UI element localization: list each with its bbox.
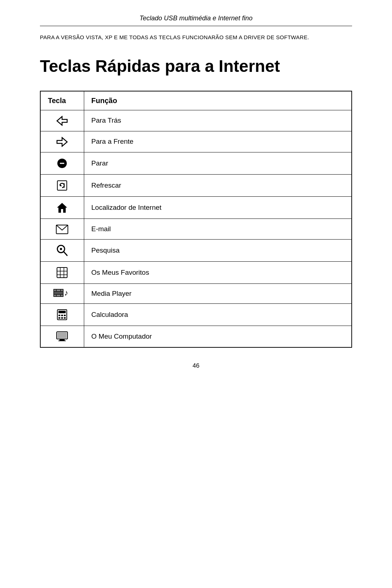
- func-computer: O Meu Computador: [84, 326, 352, 348]
- search-icon: [57, 245, 68, 256]
- table-row: E-mail: [40, 219, 352, 239]
- key-icon-favorites: [40, 262, 84, 284]
- svg-marker-1: [57, 138, 67, 146]
- svg-rect-32: [61, 317, 63, 319]
- section-title: Teclas Rápidas para a Internet: [40, 56, 352, 76]
- stop-icon: [56, 158, 68, 169]
- svg-rect-4: [57, 181, 67, 190]
- key-icon-refresh: [40, 174, 84, 196]
- svg-text:♪: ♪: [64, 289, 68, 297]
- svg-rect-29: [61, 315, 63, 316]
- shortcut-keys-table: Tecla Função Para Trás: [40, 91, 352, 348]
- svg-marker-5: [60, 184, 62, 186]
- svg-marker-7: [57, 203, 67, 213]
- svg-rect-23: [61, 295, 63, 296]
- svg-rect-33: [64, 317, 66, 319]
- func-search: Pesquisa: [84, 240, 352, 262]
- intro-text: PARA A VERSÃO VISTA, XP E ME TODAS AS TE…: [40, 33, 352, 42]
- table-row: Refrescar: [40, 174, 352, 196]
- email-icon: [56, 225, 68, 234]
- func-mediaplayer: Media Player: [84, 284, 352, 304]
- func-favorites: Os Meus Favoritos: [84, 262, 352, 284]
- table-row: Para Trás: [40, 110, 352, 131]
- func-refresh: Refrescar: [84, 174, 352, 196]
- page-number: 46: [193, 362, 200, 369]
- key-icon-home: [40, 196, 84, 219]
- key-icon-search: [40, 240, 84, 262]
- svg-rect-31: [58, 317, 60, 319]
- key-icon-calculator: [40, 304, 84, 326]
- svg-point-10: [60, 248, 62, 250]
- table-header-row: Tecla Função: [40, 91, 352, 110]
- func-home: Localizador de Internet: [84, 196, 352, 219]
- svg-rect-28: [58, 315, 60, 316]
- svg-line-11: [64, 252, 67, 256]
- table-row: Parar: [40, 152, 352, 174]
- computer-icon: [56, 331, 68, 342]
- key-icon-mediaplayer: ♪: [40, 284, 84, 304]
- func-forward: Para a Frente: [84, 131, 352, 152]
- key-icon-forward: [40, 131, 84, 152]
- svg-rect-22: [57, 295, 60, 296]
- func-email: E-mail: [84, 219, 352, 239]
- table-row: Calculadora: [40, 304, 352, 326]
- svg-rect-20: [61, 290, 63, 291]
- func-stop: Parar: [84, 152, 352, 174]
- refresh-icon: [56, 180, 68, 191]
- back-arrow-icon: [56, 116, 68, 126]
- favorites-icon: [56, 267, 68, 278]
- table-row: ♪ Media Player: [40, 284, 352, 304]
- page-header: Teclado USB multimédia e Internet fino: [40, 15, 352, 26]
- calculator-icon: [57, 309, 68, 320]
- col-key-header: Tecla: [40, 91, 84, 110]
- music-note-icon: ♪: [64, 289, 71, 297]
- forward-arrow-icon: [56, 137, 68, 147]
- film-strip-icon: [53, 289, 64, 297]
- key-icon-computer: [40, 326, 84, 348]
- svg-rect-12: [57, 268, 67, 278]
- func-calculator: Calculadora: [84, 304, 352, 326]
- svg-rect-35: [57, 332, 67, 338]
- col-func-header: Função: [84, 91, 352, 110]
- table-row: Pesquisa: [40, 240, 352, 262]
- key-icon-email: [40, 219, 84, 239]
- table-row: Localizador de Internet: [40, 196, 352, 219]
- header-title: Teclado USB multimédia e Internet fino: [139, 15, 253, 22]
- key-icon-stop: [40, 152, 84, 174]
- svg-rect-19: [57, 290, 60, 291]
- svg-rect-24: [54, 292, 63, 294]
- svg-rect-27: [58, 311, 66, 313]
- svg-rect-36: [60, 339, 65, 340]
- svg-rect-18: [54, 290, 56, 291]
- svg-marker-0: [57, 117, 67, 125]
- table-row: O Meu Computador: [40, 326, 352, 348]
- table-row: Os Meus Favoritos: [40, 262, 352, 284]
- table-row: Para a Frente: [40, 131, 352, 152]
- media-player-composite-icon: ♪: [53, 289, 71, 297]
- home-icon: [56, 202, 68, 213]
- func-back: Para Trás: [84, 110, 352, 131]
- key-icon-back: [40, 110, 84, 131]
- page-footer: 46: [40, 362, 352, 369]
- svg-rect-37: [58, 340, 66, 341]
- svg-rect-21: [54, 295, 56, 296]
- svg-rect-30: [64, 315, 66, 316]
